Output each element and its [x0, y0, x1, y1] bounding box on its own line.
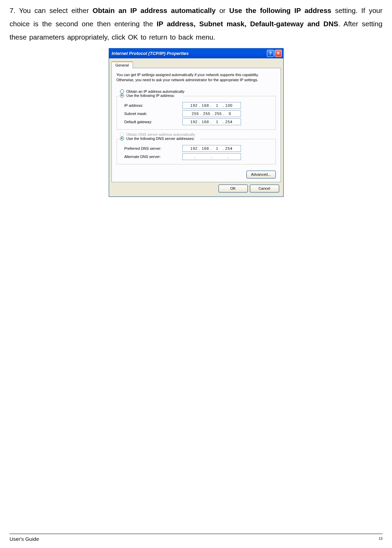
- radio-icon: [120, 89, 124, 93]
- page-footer: User's Guide 13: [10, 534, 382, 542]
- preferred-dns-input[interactable]: [182, 145, 241, 152]
- preferred-dns-label: Preferred DNS server:: [124, 146, 182, 150]
- alternate-dns-input[interactable]: [182, 153, 241, 160]
- ip-address-label: IP address:: [124, 103, 182, 107]
- close-button[interactable]: ✕: [275, 50, 282, 57]
- subnet-mask-input[interactable]: [182, 110, 241, 117]
- radio-label: Obtain an IP address automatically: [126, 89, 184, 93]
- alternate-dns-label: Alternate DNS server:: [124, 155, 182, 159]
- ok-button[interactable]: OK: [218, 185, 248, 192]
- radio-label: Obtain DNS server address automatically: [126, 132, 195, 136]
- default-gateway-input[interactable]: [182, 118, 241, 125]
- instruction-paragraph: 7. You can select either Obtain an IP ad…: [10, 4, 382, 44]
- titlebar: Internet Protocol (TCP/IP) Properties ? …: [109, 48, 283, 58]
- footer-page-number: 13: [379, 536, 382, 540]
- footer-guide-label: User's Guide: [10, 536, 39, 542]
- help-button[interactable]: ?: [267, 50, 274, 57]
- description-text: You can get IP settings assigned automat…: [117, 72, 276, 83]
- radio-obtain-ip-auto[interactable]: Obtain an IP address automatically: [120, 89, 276, 93]
- subnet-mask-label: Subnet mask:: [124, 112, 182, 116]
- advanced-button[interactable]: Advanced...: [246, 171, 276, 178]
- cancel-button[interactable]: Cancel: [250, 185, 279, 192]
- radio-obtain-dns-auto: Obtain DNS server address automatically: [120, 132, 276, 136]
- tcpip-properties-dialog: Internet Protocol (TCP/IP) Properties ? …: [109, 48, 284, 197]
- ip-address-input[interactable]: [182, 102, 241, 109]
- titlebar-text: Internet Protocol (TCP/IP) Properties: [112, 51, 266, 56]
- default-gateway-label: Default gateway:: [124, 120, 182, 124]
- tab-general[interactable]: General: [111, 61, 133, 68]
- radio-icon: [120, 132, 124, 136]
